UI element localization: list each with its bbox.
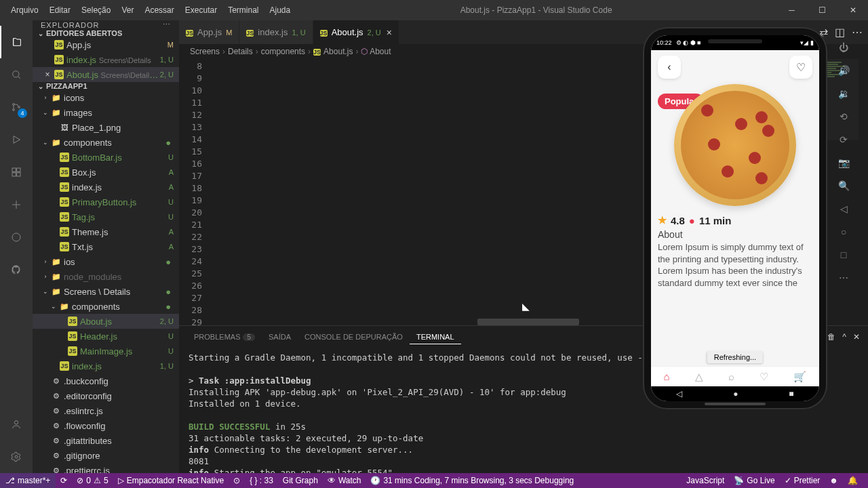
- tab-output[interactable]: SAÍDA: [262, 330, 298, 344]
- watch[interactable]: 👁 Watch: [323, 476, 366, 485]
- tree-item[interactable]: ⚙.eslintrc.js: [33, 403, 179, 418]
- tree-item[interactable]: 🖼Place_1.png: [33, 120, 179, 135]
- errors-warnings[interactable]: ⊘ 0 ⚠ 5: [72, 476, 113, 485]
- tree-item[interactable]: ⌄📁Screens \ Details●: [33, 284, 179, 299]
- back-button[interactable]: ‹: [658, 56, 681, 79]
- tree-item[interactable]: JSAbout.js2, U: [33, 314, 179, 329]
- tree-item[interactable]: JSTxt.jsA: [33, 239, 179, 254]
- nav-search-icon[interactable]: ⌕: [728, 371, 734, 382]
- menu-arquivo[interactable]: Arquivo: [5, 5, 44, 15]
- horizontal-scrollbar[interactable]: [477, 319, 579, 325]
- tree-item[interactable]: ⚙.gitattributes: [33, 433, 179, 448]
- git-branch[interactable]: ⎇ master*+: [0, 473, 56, 488]
- bell-icon[interactable]: 🔔: [843, 476, 863, 485]
- feedback-icon[interactable]: ☻: [825, 476, 843, 485]
- volume-up-icon[interactable]: 🔊: [837, 64, 850, 77]
- menu-acessar[interactable]: Acessar: [139, 5, 179, 15]
- kill-terminal-icon[interactable]: 🗑: [827, 332, 835, 342]
- overview-icon[interactable]: □: [837, 248, 850, 262]
- explorer-icon[interactable]: [0, 26, 33, 58]
- tree-item[interactable]: JSTag.jsU: [33, 209, 179, 224]
- split-icon[interactable]: ◫: [835, 26, 845, 39]
- open-editor-item[interactable]: JSindex.js Screens\Details1, U: [33, 52, 179, 67]
- sync-icon[interactable]: ⟳: [56, 476, 72, 485]
- tab-debug-console[interactable]: CONSOLE DE DEPURAÇÃO: [298, 330, 410, 344]
- rotate-right-icon[interactable]: ⟳: [837, 133, 850, 146]
- menu-editar[interactable]: Editar: [44, 5, 76, 15]
- favorite-button[interactable]: ♡: [789, 56, 812, 79]
- nav-bell-icon[interactable]: △: [695, 371, 703, 383]
- maximize-button[interactable]: ☐: [807, 0, 837, 20]
- tree-item[interactable]: ⌄📁components●: [33, 135, 179, 150]
- extensions-icon[interactable]: [0, 156, 33, 188]
- menu-seleção[interactable]: Seleção: [76, 5, 116, 15]
- tree-item[interactable]: JSindex.js1, U: [33, 359, 179, 373]
- nav-heart-icon[interactable]: ♡: [760, 371, 768, 383]
- menu-ajuda[interactable]: Ajuda: [264, 5, 296, 15]
- close-button[interactable]: ✕: [837, 0, 868, 20]
- language-mode[interactable]: JavaScript: [682, 476, 729, 485]
- back-icon[interactable]: ◁: [837, 202, 850, 216]
- android-back[interactable]: ◁: [676, 389, 682, 399]
- tree-item[interactable]: ›📁node_modules: [33, 269, 179, 284]
- tree-item[interactable]: JSindex.jsA: [33, 180, 179, 195]
- rotate-left-icon[interactable]: ⟲: [837, 110, 850, 123]
- tree-item[interactable]: JSBottomBar.jsU: [33, 150, 179, 165]
- nav-cart-icon[interactable]: 🛒: [793, 371, 806, 383]
- tree-item[interactable]: ⚙.buckconfig: [33, 373, 179, 388]
- tab-index.js[interactable]: JSindex.js1, U: [239, 20, 313, 44]
- android-recent[interactable]: ■: [789, 389, 793, 399]
- tab-About.js[interactable]: JSAbout.js2, U×: [313, 20, 399, 44]
- bundler-status[interactable]: ▷ Empacotador React Native: [113, 476, 229, 485]
- tab-problems[interactable]: PROBLEMAS5: [187, 330, 262, 344]
- github-icon[interactable]: [0, 253, 33, 286]
- go-live[interactable]: 📡 Go Live: [729, 476, 779, 485]
- tree-item[interactable]: ⚙.flowconfig: [33, 418, 179, 433]
- tab-terminal[interactable]: TERMINAL: [410, 330, 461, 344]
- menu-ver[interactable]: Ver: [116, 5, 139, 15]
- search-icon[interactable]: [0, 58, 33, 91]
- source-control-icon[interactable]: 4: [0, 91, 33, 123]
- volume-down-icon[interactable]: 🔉: [837, 87, 850, 100]
- tab-App.js[interactable]: JSApp.jsM: [179, 20, 239, 44]
- tree-item[interactable]: ›📁ios●: [33, 254, 179, 269]
- tree-item[interactable]: JSTheme.jsA: [33, 224, 179, 239]
- git-graph[interactable]: Git Graph: [278, 476, 323, 485]
- menu-executar[interactable]: Executar: [180, 5, 222, 15]
- remote-icon[interactable]: [0, 188, 33, 221]
- tree-item[interactable]: JSMainImage.jsU: [33, 344, 179, 359]
- close-panel-icon[interactable]: ✕: [853, 332, 860, 342]
- tree-item[interactable]: ⚙.gitignore: [33, 448, 179, 463]
- open-editor-item[interactable]: ×JSAbout.js Screens\Details\comp...2, U: [33, 67, 179, 82]
- tree-item[interactable]: JSHeader.jsU: [33, 329, 179, 344]
- project-section[interactable]: ⌄PIZZAAPP1: [33, 82, 179, 90]
- android-home[interactable]: ●: [733, 389, 738, 399]
- tree-item[interactable]: ⌄📁images: [33, 105, 179, 120]
- line-col[interactable]: { } : 33: [245, 476, 278, 485]
- minimize-button[interactable]: ─: [776, 0, 807, 20]
- emulator-more-icon[interactable]: ⋯: [837, 271, 850, 285]
- tree-item[interactable]: ⚙.editorconfig: [33, 388, 179, 403]
- tree-item[interactable]: ⚙.prettierrc.js: [33, 463, 179, 473]
- run-debug-icon[interactable]: [0, 123, 33, 156]
- nav-home-icon[interactable]: ⌂: [664, 371, 670, 382]
- wakatime[interactable]: 🕐 31 mins Coding, 7 mins Browsing, 3 sec…: [366, 476, 578, 485]
- open-editors-section[interactable]: ⌄EDITORES ABERTOS: [33, 29, 179, 37]
- liveshare-icon[interactable]: [0, 221, 33, 253]
- power-icon[interactable]: ⏻: [837, 41, 850, 54]
- menu-terminal[interactable]: Terminal: [222, 5, 264, 15]
- maximize-panel-icon[interactable]: ^: [842, 332, 846, 342]
- target[interactable]: ⊙: [229, 476, 245, 485]
- home-icon[interactable]: ○: [837, 225, 850, 239]
- more-icon[interactable]: ⋯: [852, 26, 863, 39]
- camera-icon[interactable]: 📷: [837, 156, 850, 169]
- prettier[interactable]: ✓ Prettier: [780, 476, 825, 485]
- more-icon[interactable]: ⋯: [163, 20, 171, 29]
- zoom-icon[interactable]: 🔍: [837, 179, 850, 192]
- tree-item[interactable]: ⌄📁components●: [33, 299, 179, 314]
- account-icon[interactable]: [0, 408, 33, 441]
- open-editor-item[interactable]: JSApp.jsM: [33, 37, 179, 52]
- tree-item[interactable]: ›📁icons: [33, 90, 179, 105]
- tree-item[interactable]: JSPrimaryButton.jsU: [33, 195, 179, 209]
- tree-item[interactable]: JSBox.jsA: [33, 165, 179, 180]
